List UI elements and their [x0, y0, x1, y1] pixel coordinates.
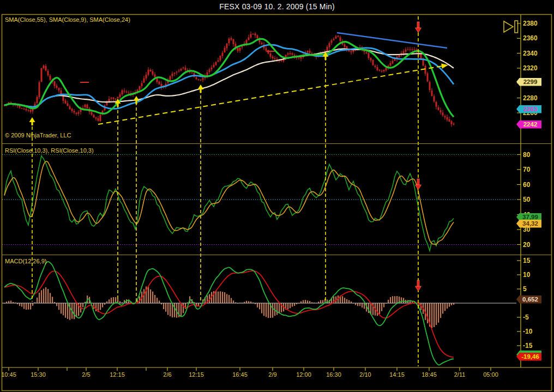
- x-axis-label: 15:30: [31, 371, 46, 378]
- macd-plot-area[interactable]: [2, 256, 516, 367]
- x-axis-label: 12:00: [296, 371, 311, 378]
- macd-axis-label: 15: [523, 257, 549, 264]
- macd-indicator-label: MACD(12,26,9): [5, 258, 46, 264]
- x-axis-label: 2/11: [454, 371, 466, 378]
- macd-axis-label: 10: [523, 271, 549, 279]
- x-axis-label: 2/9: [268, 371, 276, 378]
- x-axis-label: 16:45: [232, 371, 248, 378]
- x-axis-label: 2/5: [82, 371, 90, 378]
- chart-canvas[interactable]: [0, 0, 554, 392]
- rsi-axis-label: 60: [523, 181, 549, 189]
- price-value-tag: 2263: [516, 105, 541, 113]
- rsi-indicator-label: RSI(Close,10,3), RSI(Close,10,3): [5, 147, 94, 154]
- rsi-axis-label: 80: [523, 151, 549, 159]
- macd-axis-label: -5: [523, 313, 549, 321]
- price-value-tag: 2299: [516, 78, 541, 86]
- x-axis-label: 16:30: [326, 371, 341, 378]
- macd-axis-label: -15: [523, 342, 549, 349]
- x-axis-label: 12:15: [189, 371, 204, 378]
- price-value-tag: 2242: [516, 120, 541, 129]
- macd-value-tag: 0,652: [516, 295, 541, 304]
- price-indicator-label: SMA(Close,55), SMA(Close,9), SMA(Close,2…: [5, 16, 130, 23]
- rsi-value-tag: 34,32: [516, 220, 541, 228]
- rsi-axis-label: 70: [523, 166, 549, 173]
- macd-axis-label: 5: [523, 285, 549, 293]
- rsi-axis-label: 50: [523, 196, 549, 203]
- chart-window: FESX 03-09 10. 2. 2009 (15 Min) SMA(Clos…: [0, 0, 554, 392]
- x-axis-label: 2/10: [359, 371, 371, 378]
- price-axis-label: 2380: [523, 20, 549, 27]
- macd-value-tag: -19,46: [516, 353, 541, 361]
- price-axis-label: 2320: [523, 64, 549, 72]
- rsi-axis-label: 20: [523, 241, 549, 249]
- x-axis-label: 05:00: [483, 371, 498, 378]
- price-axis-label: 2340: [523, 50, 549, 57]
- price-axis-label: 2360: [523, 34, 549, 42]
- price-axis-label: 2280: [523, 94, 549, 102]
- x-axis-label: 12:15: [110, 371, 125, 378]
- price-plot-area[interactable]: [2, 15, 516, 143]
- macd-axis-label: -10: [523, 328, 549, 335]
- copyright-label: © 2009 NinjaTrader, LLC: [5, 132, 71, 138]
- x-axis-label: 14:15: [389, 371, 405, 378]
- x-axis-label: 10:45: [1, 371, 16, 378]
- x-axis-label: 18:45: [421, 371, 437, 378]
- x-axis-label: 2/6: [163, 371, 171, 378]
